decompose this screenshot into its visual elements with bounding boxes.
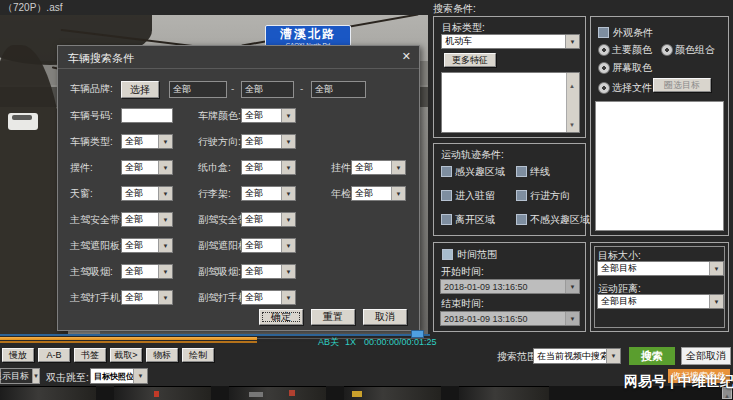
direction-checkbox[interactable] [516, 190, 527, 201]
ornament-select[interactable]: 全部 [121, 160, 173, 175]
vehicle-type-select[interactable]: 全部 [121, 134, 173, 149]
target-type-select[interactable]: 机动车 [441, 34, 580, 49]
time-range-label: 时间范围 [457, 248, 497, 262]
chevron-down-icon [565, 280, 579, 293]
roi-label: 感兴趣区域 [455, 165, 505, 179]
driver-visor-select[interactable]: 全部 [121, 238, 173, 253]
non-roi-checkbox[interactable] [516, 214, 527, 225]
chevron-down-icon [158, 265, 172, 278]
ab-loop-button[interactable]: A-B [38, 348, 70, 362]
ok-button[interactable]: 确定 [259, 309, 303, 325]
field-label: 行李架: [198, 186, 231, 202]
target-type-group: 目标类型: 机动车 更多特征 [433, 16, 586, 138]
thumb-detail [289, 390, 295, 396]
more-features-button[interactable]: 更多特征 [444, 53, 496, 67]
search-scope-select[interactable]: 在当前视频中搜索 [533, 348, 621, 364]
search-button[interactable]: 搜索 [629, 347, 675, 365]
thumbnail[interactable] [114, 386, 211, 400]
chevron-down-icon [281, 135, 295, 148]
reset-button[interactable]: 重置 [311, 309, 355, 325]
appearance-group: 外观条件 主要颜色 颜色组合 屏幕取色 选择文件 圈选目标 [590, 16, 729, 236]
passenger-visor-select[interactable]: 全部 [241, 238, 296, 253]
time-range-checkbox[interactable] [442, 249, 453, 260]
thumbnail[interactable] [459, 386, 549, 400]
screen-pick-radio[interactable] [598, 62, 610, 74]
tripwire-checkbox[interactable] [516, 166, 527, 177]
color-preview-area[interactable] [595, 101, 724, 231]
field-label: 主驾打手机: [70, 290, 123, 306]
watermark: 网易号 | 中维世纪 [624, 373, 733, 391]
object-mark-button[interactable]: 物标 [146, 348, 178, 362]
plate-number-label: 车辆号码: [70, 108, 113, 124]
dialog-title: 车辆搜索条件 [68, 50, 134, 66]
thumbnail[interactable] [0, 386, 96, 400]
brand-row: 车辆品牌: 选择 全部 - 全部 - 全部 [58, 81, 419, 99]
progress-bar-top[interactable] [0, 337, 257, 340]
main-color-radio[interactable] [598, 44, 610, 56]
passenger-smoking-select[interactable]: 全部 [241, 264, 296, 279]
feature-listbox[interactable] [441, 72, 580, 133]
direction-select[interactable]: 全部 [241, 134, 296, 149]
thumb-detail [154, 391, 159, 397]
trail-label: 运动轨迹条件: [441, 148, 504, 162]
driver-smoking-select[interactable]: 全部 [121, 264, 173, 279]
enter-stay-checkbox[interactable] [441, 190, 452, 201]
start-time-select[interactable]: 2018-01-09 13:16:50 [440, 279, 580, 294]
double-click-select[interactable]: 目标快照位置 [90, 368, 148, 384]
thumbnail[interactable] [344, 386, 441, 400]
passenger-seatbelt-select[interactable]: 全部 [241, 212, 296, 227]
plate-color-select[interactable]: 全部 [241, 108, 296, 123]
application-window: （720P）.asf 漕溪北路 CAOXI North Rd [0, 0, 733, 400]
number-row: 车辆号码: 车牌颜色: 全部 [58, 108, 419, 124]
chevron-down-icon [709, 295, 723, 308]
chevron-down-icon [158, 161, 172, 174]
progress-bar-bottom[interactable] [0, 341, 257, 343]
brand-value-1[interactable]: 全部 [169, 81, 227, 98]
field-row: 车辆类型: 全部 行驶方向: 全部 [58, 134, 419, 150]
time-range-group: 时间范围 开始时间: 2018-01-09 13:16:50 结束时间: 201… [433, 242, 586, 332]
inspection-sticker-select[interactable]: 全部 [351, 186, 406, 201]
end-time-select[interactable]: 2018-01-09 13:16:50 [440, 311, 580, 326]
motion-distance-select[interactable]: 全部目标 [597, 294, 724, 309]
thumbnail[interactable] [229, 386, 326, 400]
thumb-detail [352, 391, 362, 397]
tissue-box-select[interactable]: 全部 [241, 160, 296, 175]
appearance-checkbox[interactable] [598, 27, 609, 38]
leave-region-checkbox[interactable] [441, 214, 452, 225]
field-label: 主驾遮阳板: [70, 238, 123, 254]
scroll-up-icon[interactable] [569, 74, 575, 92]
passenger-phone-select[interactable]: 全部 [241, 290, 296, 305]
target-size-select[interactable]: 全部目标 [597, 261, 724, 276]
color-combo-radio[interactable] [661, 44, 673, 56]
chevron-down-icon [158, 239, 172, 252]
scroll-down-icon[interactable] [569, 113, 575, 131]
field-label: 主驾吸烟: [70, 264, 113, 280]
capture-button[interactable]: 截取> [110, 348, 142, 362]
leave-region-label: 离开区域 [455, 213, 495, 227]
pendant-select[interactable]: 全部 [351, 160, 406, 175]
show-target-select[interactable]: 显示目标 [0, 368, 40, 384]
tripwire-label: 绊线 [530, 165, 550, 179]
circle-target-button[interactable]: 圈选目标 [653, 78, 711, 92]
brand-value-2[interactable]: 全部 [241, 81, 294, 98]
cancel-all-button[interactable]: 全部取消 [681, 347, 731, 365]
slow-play-button[interactable]: 慢放 [2, 348, 34, 362]
brand-value-3[interactable]: 全部 [311, 81, 366, 98]
driver-seatbelt-select[interactable]: 全部 [121, 212, 173, 227]
field-label: 纸巾盒: [198, 160, 231, 176]
cancel-button[interactable]: 取消 [363, 309, 407, 325]
select-file-radio[interactable] [598, 82, 610, 94]
roof-rack-select[interactable]: 全部 [241, 186, 296, 201]
scrollbar[interactable] [566, 73, 579, 132]
driver-phone-select[interactable]: 全部 [121, 290, 173, 305]
bookmark-button[interactable]: 书签 [74, 348, 106, 362]
brand-select-button[interactable]: 选择 [121, 81, 159, 98]
draw-button[interactable]: 绘制 [182, 348, 214, 362]
field-row: 天窗: 全部 行李架: 全部 年检标: 全部 [58, 186, 419, 202]
sunroof-select[interactable]: 全部 [121, 186, 173, 201]
plate-number-input[interactable] [121, 108, 173, 123]
roi-checkbox[interactable] [441, 166, 452, 177]
chevron-down-icon [391, 161, 405, 174]
target-type-label: 目标类型: [442, 21, 485, 35]
close-icon[interactable] [402, 50, 411, 63]
